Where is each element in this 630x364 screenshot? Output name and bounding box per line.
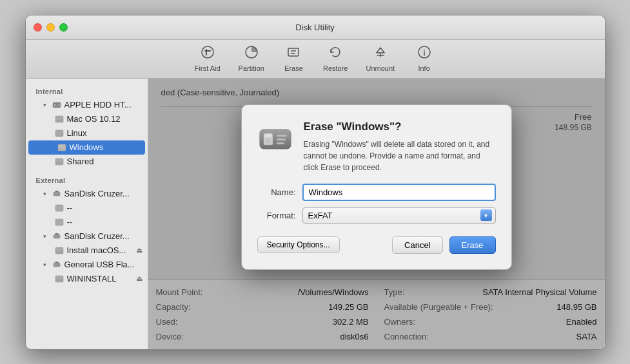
format-select-wrap: ExFAT Mac OS Extended (Journaled) Mac OS… [302, 207, 496, 224]
restore-icon [328, 45, 342, 62]
apple-hdd-label: APPLE HDD HT... [64, 100, 143, 110]
volume-icon [54, 114, 64, 124]
svg-rect-42 [277, 135, 287, 137]
drive-icon [52, 100, 62, 110]
svg-point-0 [202, 46, 213, 58]
sidebar-item-sandisk-1[interactable]: ▾ SanDisk Cruzer... [26, 187, 148, 201]
svg-rect-44 [277, 142, 284, 144]
unmount-icon [373, 45, 388, 62]
svg-rect-30 [55, 247, 63, 254]
toolbar-first-aid[interactable]: First Aid [188, 43, 227, 75]
expand-arrow-icon-2: ▾ [41, 190, 49, 198]
volume-icon-wininstall [54, 274, 64, 284]
sidebar-section-external: External [26, 173, 148, 187]
linux-label: Linux [67, 128, 143, 138]
svg-rect-27 [55, 219, 63, 225]
svg-point-15 [58, 104, 59, 106]
mac-os-label: Mac OS 10.12 [67, 114, 143, 124]
toolbar-unmount[interactable]: Unmount [359, 43, 401, 75]
volume-icon-s1v2 [54, 217, 64, 227]
eject-icon-install[interactable]: ⏏ [136, 246, 145, 254]
svg-marker-7 [377, 48, 384, 53]
first-aid-icon [201, 45, 215, 62]
sidebar-item-shared[interactable]: Shared [26, 155, 148, 169]
toolbar-info[interactable]: Info [406, 43, 442, 75]
sidebar-item-sandisk-1-v1[interactable]: -- [26, 201, 148, 215]
sidebar-section-internal: Internal [26, 84, 148, 98]
sandisk-2-label: SanDisk Cruzer... [64, 231, 143, 241]
cancel-button[interactable]: Cancel [392, 236, 442, 254]
toolbar-restore[interactable]: Restore [317, 43, 355, 75]
toolbar-erase[interactable]: Erase [276, 43, 311, 75]
svg-rect-18 [55, 130, 63, 137]
sandisk-1-label: SanDisk Cruzer... [64, 189, 143, 198]
expand-arrow-icon-3: ▾ [41, 233, 49, 240]
main-content: Internal ▾ APPLE HDD HT... [26, 79, 605, 349]
partition-icon [244, 45, 259, 62]
format-label: Format: [257, 211, 296, 220]
first-aid-label: First Aid [195, 64, 221, 72]
svg-rect-20 [58, 144, 66, 151]
info-label: Info [418, 64, 429, 72]
format-select[interactable]: ExFAT Mac OS Extended (Journaled) Mac OS… [302, 207, 496, 224]
general-usb-label: General USB Fla... [64, 260, 143, 269]
sidebar-item-windows[interactable]: Windows [28, 140, 145, 155]
sidebar-item-linux[interactable]: Linux [26, 126, 148, 140]
maximize-button[interactable] [59, 23, 68, 32]
expand-arrow-icon-4: ▾ [41, 261, 49, 269]
unmount-label: Unmount [366, 64, 395, 72]
volume-icon-shared [54, 157, 64, 167]
sidebar-item-sandisk-1-v2[interactable]: -- [26, 215, 148, 229]
eject-icon-wininstall[interactable]: ⏏ [136, 274, 145, 283]
erase-icon [286, 45, 300, 62]
install-macos-label: Install macOS... [67, 245, 133, 255]
svg-point-11 [424, 50, 425, 51]
modal-overlay: Erase "Windows"? Erasing "Windows" will … [148, 79, 605, 349]
name-input[interactable] [302, 184, 496, 201]
toolbar-partition[interactable]: Partition [232, 43, 271, 75]
info-icon [417, 45, 431, 62]
toolbar: First Aid Partition Erase [26, 40, 605, 79]
expand-arrow-icon: ▾ [41, 101, 49, 109]
usb-drive-icon-2 [52, 231, 62, 242]
sidebar-item-wininstall[interactable]: WININSTALL ⏏ [26, 272, 148, 286]
s1v1-label: -- [67, 203, 143, 213]
usb-drive-icon-3 [52, 260, 62, 270]
svg-rect-29 [55, 233, 58, 235]
sidebar-item-sandisk-2[interactable]: ▾ SanDisk Cruzer... [26, 229, 148, 244]
disk-utility-window: Disk Utility First Aid Partition [25, 15, 605, 350]
traffic-lights [34, 23, 68, 32]
svg-point-41 [267, 140, 268, 141]
volume-icon-s1v1 [54, 203, 64, 213]
svg-rect-22 [55, 158, 63, 165]
sidebar: Internal ▾ APPLE HDD HT... [26, 79, 148, 349]
modal-buttons: Security Options... Cancel Erase [257, 236, 496, 254]
sidebar-item-general-usb[interactable]: ▾ General USB Fla... [26, 258, 148, 272]
modal-form: Name: Format: ExFAT Mac OS Extended (Jou… [257, 184, 496, 224]
svg-rect-2 [204, 50, 211, 52]
name-label: Name: [257, 187, 296, 197]
svg-rect-1 [206, 49, 207, 55]
svg-rect-33 [55, 262, 58, 263]
erase-button[interactable]: Erase [449, 236, 496, 254]
s1v2-label: -- [67, 217, 143, 227]
volume-icon-windows [57, 142, 67, 153]
sidebar-item-mac-os[interactable]: Mac OS 10.12 [26, 112, 148, 126]
svg-rect-39 [264, 134, 272, 137]
usb-drive-icon-1 [52, 189, 62, 199]
format-row: Format: ExFAT Mac OS Extended (Journaled… [257, 207, 496, 224]
close-button[interactable] [34, 23, 42, 32]
sidebar-item-install-macos[interactable]: Install macOS... ⏏ [26, 244, 148, 258]
sidebar-item-apple-hdd[interactable]: ▾ APPLE HDD HT... [26, 98, 148, 112]
svg-rect-25 [55, 191, 58, 192]
modal-body: Erasing "Windows" will delete all data s… [304, 139, 496, 173]
minimize-button[interactable] [46, 23, 55, 32]
modal-header: Erase "Windows"? Erasing "Windows" will … [257, 120, 496, 173]
restore-label: Restore [323, 64, 348, 72]
name-row: Name: [257, 184, 496, 201]
window-title: Disk Utility [295, 23, 335, 32]
security-options-button[interactable]: Security Options... [257, 236, 340, 253]
svg-rect-26 [55, 205, 63, 211]
erase-modal: Erase "Windows"? Erasing "Windows" will … [241, 104, 512, 270]
svg-rect-34 [55, 276, 63, 282]
